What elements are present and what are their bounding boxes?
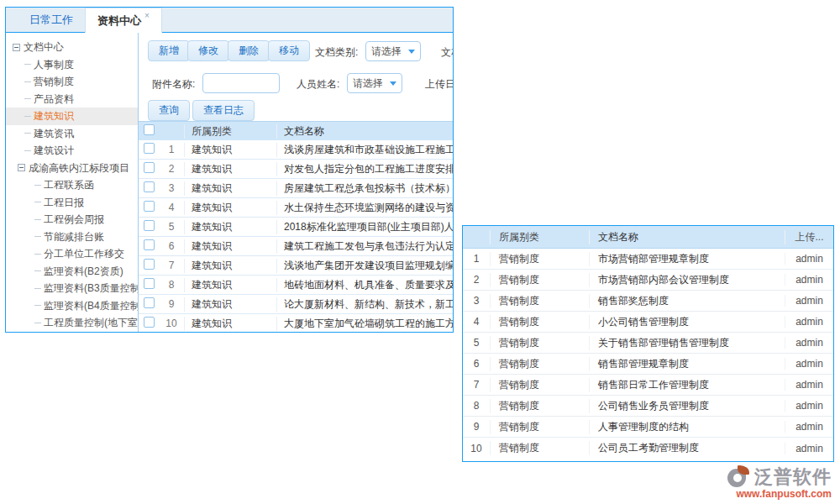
table-row[interactable]: 10营销制度公司员工考勤管理制度admin <box>463 438 833 459</box>
row-checkbox[interactable] <box>144 297 155 308</box>
doc-name-label-truncated: 文档 <box>441 45 453 60</box>
table-row[interactable]: 2建筑知识对发包人指定分包的工程施工进度安排... <box>139 160 453 179</box>
tab-daily-work[interactable]: 日常工作 <box>18 8 85 32</box>
tree-item-railway-project[interactable]: 成渝高铁内江标段项目 <box>6 160 138 177</box>
tab-bar: 日常工作 资料中心 × <box>6 8 453 33</box>
table-row[interactable]: 6建筑知识建筑工程施工发包与承包违法行为认定... <box>139 237 453 256</box>
brand-url: www.fanpusoft.com <box>697 488 832 500</box>
table-row[interactable]: 1建筑知识浅谈房屋建筑和市政基础设施工程施工... <box>139 140 453 160</box>
left-table-header: 所属别类 文档名称 <box>139 121 453 140</box>
tree-line <box>34 305 41 306</box>
tree-item-supervision-b2[interactable]: 监理资料(B2资质) <box>6 263 138 281</box>
row-checkbox[interactable] <box>144 239 155 250</box>
tree-line <box>24 98 31 99</box>
tree-line <box>34 202 41 202</box>
tree-line <box>24 150 31 151</box>
chevron-down-icon <box>390 81 396 86</box>
table-row[interactable]: 9营销制度人事管理制度的结构admin <box>463 417 833 438</box>
right-col-upload: 上传... <box>785 230 833 244</box>
right-col-category: 所属别类 <box>490 230 589 244</box>
table-row[interactable]: 6营销制度销售部管理规章制度admin <box>463 354 833 375</box>
table-row[interactable]: 5建筑知识2018标准化监理项目部(业主项目部)人员... <box>139 218 453 237</box>
tree-item-quality-basement[interactable]: 工程质量控制(地下室) <box>6 314 138 332</box>
move-button[interactable]: 移动 <box>268 40 310 61</box>
tab-data-center-label: 资料中心 <box>97 13 141 29</box>
tree-line <box>24 81 31 82</box>
tree-item-energy-ledger[interactable]: 节能减排台账 <box>6 228 138 246</box>
attachment-name-label: 附件名称: <box>152 77 195 92</box>
document-list-pane: 新增 修改 删除 移动 文档类别: 请选择 文档 附件名称: 人员姓名: 请选择 <box>139 33 453 332</box>
tree-item-supervision-b3[interactable]: 监理资料(B3质量控制) <box>6 280 138 297</box>
row-checkbox[interactable] <box>144 162 155 173</box>
row-checkbox[interactable] <box>144 220 155 231</box>
edit-button[interactable]: 修改 <box>187 40 229 61</box>
tree-item-hr[interactable]: 人事制度 <box>6 56 138 74</box>
table-row[interactable]: 8营销制度公司销售业务员管理制度admin <box>463 396 833 417</box>
select-all-checkbox[interactable] <box>144 124 155 135</box>
row-checkbox[interactable] <box>144 181 155 192</box>
right-col-doc-name: 文档名称 <box>589 230 785 244</box>
right-table-header: 所属别类 文档名称 上传... <box>463 226 833 249</box>
tree-line <box>34 236 41 237</box>
table-row[interactable]: 8建筑知识地砖地面材料、机具准备、质量要求及... <box>139 276 453 295</box>
search-button[interactable]: 查询 <box>148 100 190 121</box>
tree-item-contact-letter[interactable]: 工程联系函 <box>6 176 138 194</box>
tree-line <box>24 64 31 65</box>
tree-line <box>34 254 41 255</box>
delete-button[interactable]: 删除 <box>228 40 270 61</box>
tree-line <box>34 185 41 186</box>
table-row[interactable]: 3建筑知识房屋建筑工程总承包投标书（技术标）... <box>139 179 453 198</box>
tree-item-weekly-meeting[interactable]: 工程例会周报 <box>6 211 138 228</box>
tree-line <box>34 270 41 271</box>
tab-data-center[interactable]: 资料中心 × <box>85 8 162 33</box>
document-center-window: 日常工作 资料中心 × 文档中心 人事制度 营销制度 产品资料 建筑知识 建筑资… <box>5 7 454 333</box>
category-tree: 文档中心 人事制度 营销制度 产品资料 建筑知识 建筑资讯 建筑设计 成渝高铁内… <box>6 33 139 332</box>
row-checkbox[interactable] <box>144 201 155 212</box>
person-name-select[interactable]: 请选择 <box>347 73 402 93</box>
left-col-category: 所属别类 <box>184 124 276 139</box>
tree-item-work-transfer[interactable]: 分工单位工作移交 <box>6 245 138 263</box>
fanpu-logo-icon <box>727 465 753 489</box>
tree-item-supervision-b4[interactable]: 监理资料(B4质量控制) <box>6 297 138 315</box>
doc-type-select[interactable]: 请选择 <box>365 41 421 61</box>
vendor-logo: 泛普软件 www.fanpusoft.com <box>697 465 832 500</box>
upload-date-label: 上传日期 <box>425 77 453 92</box>
tree-line <box>34 219 41 220</box>
table-row[interactable]: 5营销制度关于销售部管理销售管理制度admin <box>463 333 833 354</box>
table-row[interactable]: 2营销制度市场营销部内部会议管理制度admin <box>463 270 833 291</box>
tree-item-daily-report[interactable]: 工程日报 <box>6 194 138 212</box>
table-row[interactable]: 9建筑知识论大厦新材料、新结构、新技术，新工... <box>139 295 453 314</box>
brand-name: 泛普软件 <box>754 465 832 490</box>
right-table-body: 1营销制度市场营销部管理规章制度admin 2营销制度市场营销部内部会议管理制度… <box>463 249 833 459</box>
table-row[interactable]: 4建筑知识水土保持生态环境监测网络的建设与资... <box>139 198 453 218</box>
tree-line <box>24 133 31 134</box>
table-row[interactable]: 4营销制度小公司销售管理制度admin <box>463 312 833 333</box>
table-row[interactable]: 10建筑知识大厦地下室加气砼墙砌筑工程的施工方... <box>139 314 453 332</box>
add-button[interactable]: 新增 <box>148 40 190 61</box>
tree-item-doc-center[interactable]: 文档中心 <box>6 39 138 56</box>
table-row[interactable]: 3营销制度销售部奖惩制度admin <box>463 291 833 312</box>
tree-item-quality-partial[interactable]: 工程质量控制(主体) <box>6 332 138 333</box>
tab-close-icon[interactable]: × <box>144 11 150 20</box>
table-row[interactable]: 1营销制度市场营销部管理规章制度admin <box>463 249 833 270</box>
tree-item-marketing[interactable]: 营销制度 <box>6 73 138 91</box>
marketing-doc-table: 所属别类 文档名称 上传... 1营销制度市场营销部管理规章制度admin 2营… <box>462 225 834 462</box>
collapse-icon[interactable] <box>18 164 25 171</box>
tree-item-product[interactable]: 产品资料 <box>6 91 138 108</box>
row-checkbox[interactable] <box>144 317 155 328</box>
row-checkbox[interactable] <box>144 259 155 270</box>
tree-item-building-news[interactable]: 建筑资讯 <box>6 125 138 143</box>
table-row[interactable]: 7建筑知识浅谈地产集团开发建设项目监理规划编... <box>139 256 453 276</box>
view-log-button[interactable]: 查看日志 <box>192 100 255 121</box>
chevron-down-icon <box>408 50 415 54</box>
doc-type-label: 文档类别: <box>315 45 358 60</box>
collapse-icon[interactable] <box>13 44 20 51</box>
row-checkbox[interactable] <box>144 278 155 289</box>
tree-item-building-knowledge[interactable]: 建筑知识 <box>6 108 138 125</box>
screen: 日常工作 资料中心 × 文档中心 人事制度 营销制度 产品资料 建筑知识 建筑资… <box>0 0 840 504</box>
table-row[interactable]: 7营销制度销售部日常工作管理制度admin <box>463 375 833 396</box>
attachment-name-input[interactable] <box>202 73 280 93</box>
row-checkbox[interactable] <box>144 143 155 154</box>
left-table-body: 1建筑知识浅谈房屋建筑和市政基础设施工程施工... 2建筑知识对发包人指定分包的… <box>139 140 453 332</box>
tree-item-building-design[interactable]: 建筑设计 <box>6 142 138 160</box>
